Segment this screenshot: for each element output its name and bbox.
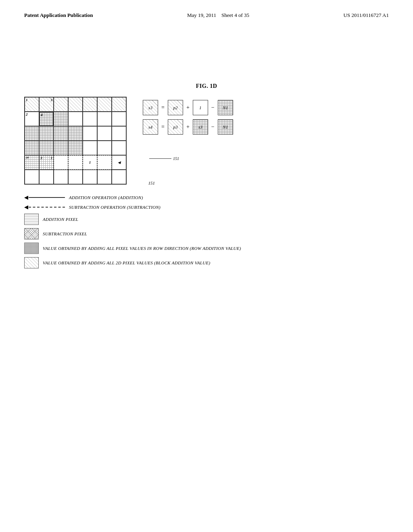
cell-r2c2 [54, 126, 68, 141]
pixel-grid: 1 3 2 4 [24, 97, 127, 185]
eq1-op3: N1 [218, 100, 233, 115]
cell-r1c4 [83, 112, 97, 126]
eq2-op2: s3 [193, 119, 208, 135]
cell-r3c2 [54, 141, 68, 155]
eq2-op3: N1 [218, 119, 233, 135]
legend-swatch3-label: VALUE OBTAINED BY ADDING ALL PIXEL VALUE… [43, 246, 241, 251]
legend-swatch1: ADDITION PIXEL [24, 214, 389, 225]
eq1-sign2: + [186, 104, 190, 111]
header-date: May 19, 2011 [187, 12, 216, 18]
header-patent-number: US 2011/0116727 A1 [344, 12, 389, 19]
cell-r0c2 [54, 97, 68, 112]
cell-r2c6 [112, 126, 126, 141]
legend-subtraction-label: SUBTRACTION OPERATION (SUBTRACTION) [69, 205, 161, 210]
cell-r3c5 [97, 141, 112, 155]
legend-swatch1-label: ADDITION PIXEL [43, 217, 78, 222]
label-151: 151 [148, 181, 155, 185]
legend-area: ◀ ADDITION OPERATION (ADDITION) ◀ SUBTRA… [24, 194, 389, 268]
cell-r1c6 [112, 112, 126, 126]
legend-subtraction-arrow: ◀ SUBTRACTION OPERATION (SUBTRACTION) [24, 204, 389, 210]
cell-r3c0 [25, 141, 39, 155]
cell-r0c0: 1 [25, 97, 39, 112]
legend-swatch3: VALUE OBTAINED BY ADDING ALL PIXEL VALUE… [24, 243, 389, 254]
cell-r2c3 [68, 126, 83, 141]
swatch-block-addition [24, 257, 39, 268]
cell-r4c2 [54, 155, 68, 170]
eq1-sign3: − [211, 104, 215, 111]
header-sheet: Sheet 4 of 35 [221, 12, 249, 18]
cell-r2c0 [25, 126, 39, 141]
eq1-result: s3 [143, 100, 158, 115]
figure-label: FIG. 1D [24, 83, 389, 89]
cell-r4c1: 3 1 [39, 155, 54, 170]
eq1-sign1: = [161, 104, 165, 111]
addition-arrow-graphic: ◀ [24, 194, 65, 201]
legend-addition-arrow: ◀ ADDITION OPERATION (ADDITION) [24, 194, 389, 201]
cell-r5c0 [25, 170, 39, 184]
cell-r1c2 [54, 112, 68, 126]
cell-r4c5 [97, 155, 112, 170]
swatch-subtraction-pixel [24, 228, 39, 239]
eq2-op1: p3 [168, 119, 183, 135]
cell-r0c3 [68, 97, 83, 112]
legend-swatch2-label: SUBTRACTION PIXEL [43, 231, 87, 236]
pixel-grid-container: 1 3 2 4 [24, 97, 127, 185]
cell-r5c5 [97, 170, 112, 184]
cell-r3c4 [83, 141, 97, 155]
cell-r5c2 [54, 170, 68, 184]
cell-r2c1 [39, 126, 54, 141]
eq1-op1: p2 [168, 100, 183, 115]
cell-r4c3 [68, 155, 83, 170]
subtraction-arrow-graphic: ◀ [24, 204, 65, 210]
eq1-op2: 1 [193, 100, 208, 115]
cell-r5c3 [68, 170, 83, 184]
legend-swatch2: SUBTRACTION PIXEL [24, 228, 389, 239]
page-header: Patent Application Publication May 19, 2… [0, 0, 413, 19]
label-151-text: 151 [173, 156, 179, 161]
legend-swatch4: VALUE OBTAINED BY ADDING ALL 2D PIXEL VA… [24, 257, 389, 268]
cell-r1c3 [68, 112, 83, 126]
legend-addition-label: ADDITION OPERATION (ADDITION) [69, 195, 143, 200]
cell-r3c3 [68, 141, 83, 155]
equations-area: s3 = p2 + 1 − N1 s4 = p3 + s3 − N1 [143, 100, 233, 135]
cell-r0c6 [112, 97, 126, 112]
arrow-151: 151 [149, 156, 179, 161]
cell-r4c6: ◀ [112, 155, 126, 170]
header-publication: Patent Application Publication [24, 12, 93, 19]
cell-r0c5 [97, 97, 112, 112]
eq2-sign1: = [161, 124, 165, 130]
cell-r2c5 [97, 126, 112, 141]
header-date-sheet: May 19, 2011 Sheet 4 of 35 [187, 12, 249, 19]
cell-r4c4: 1 [83, 155, 97, 170]
equation-1: s3 = p2 + 1 − N1 [143, 100, 233, 115]
cell-r1c0: 2 [25, 112, 39, 126]
cell-r3c6 [112, 141, 126, 155]
equation-2: s4 = p3 + s3 − N1 [143, 119, 233, 135]
cell-r1c5 [97, 112, 112, 126]
cell-r3c1 [39, 141, 54, 155]
cell-r5c4 [83, 170, 97, 184]
eq2-sign2: + [186, 124, 190, 130]
cell-r2c4 [83, 126, 97, 141]
main-content: FIG. 1D 1 3 2 [0, 83, 413, 268]
cell-r4c0: 28 [25, 155, 39, 170]
swatch-row-addition [24, 243, 39, 254]
cell-r5c6 [112, 170, 126, 184]
eq2-sign3: − [211, 124, 215, 130]
legend-swatch4-label: VALUE OBTAINED BY ADDING ALL 2D PIXEL VA… [43, 260, 211, 265]
cell-r5c1 [39, 170, 54, 184]
swatch-addition-pixel [24, 214, 39, 225]
cell-r1c1: 4 [39, 112, 54, 126]
eq2-result: s4 [143, 119, 158, 135]
figure-area: 1 3 2 4 [24, 97, 389, 185]
cell-r0c4 [83, 97, 97, 112]
cell-r0c1: 3 [39, 97, 54, 112]
